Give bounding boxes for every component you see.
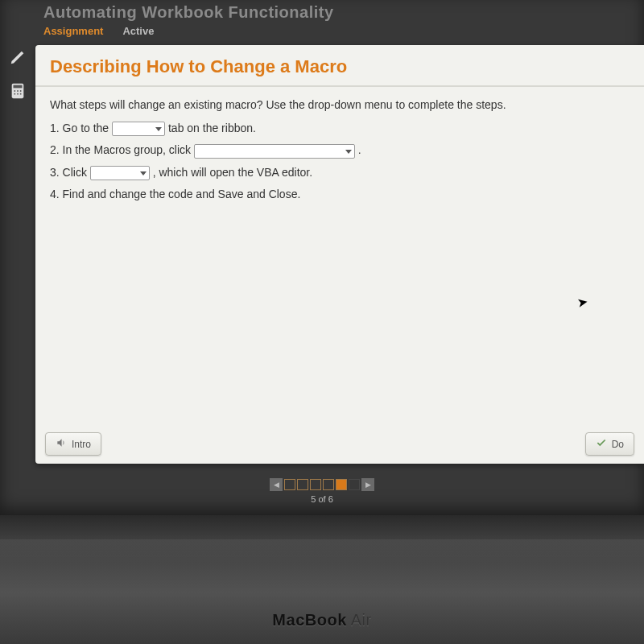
step-3: 3. Click , which will open the VBA edito… xyxy=(50,163,630,183)
pager-step-3[interactable] xyxy=(310,479,321,490)
step1-text-a: 1. Go to the xyxy=(50,122,112,134)
pager-row: ◀ ▶ xyxy=(270,478,374,491)
step2-text-a: 2. In the Macros group, click xyxy=(50,143,194,156)
main-row: Describing How to Change a Macro What st… xyxy=(0,42,644,472)
content-panel: Describing How to Change a Macro What st… xyxy=(35,45,644,464)
svg-point-2 xyxy=(14,90,15,92)
pager-step-1[interactable] xyxy=(284,479,295,490)
content-header: Describing How to Change a Macro xyxy=(35,45,644,87)
intro-label: Intro xyxy=(72,439,91,450)
check-icon xyxy=(596,437,607,451)
svg-rect-1 xyxy=(14,85,23,89)
step3-text-b: , which will open the VBA editor. xyxy=(153,166,312,179)
laptop-brand: MacBook Air xyxy=(272,611,371,630)
content-body: What steps will change an existing macro… xyxy=(35,87,644,214)
dropdown-tab[interactable] xyxy=(112,122,165,136)
step3-text-a: 3. Click xyxy=(50,166,90,179)
dropdown-open-vba[interactable] xyxy=(90,166,150,180)
speaker-icon xyxy=(56,437,67,451)
mouse-cursor-icon: ➤ xyxy=(576,294,588,311)
content-title: Describing How to Change a Macro xyxy=(50,56,630,77)
pager: ◀ ▶ 5 of 6 xyxy=(0,472,644,515)
done-button[interactable]: Do xyxy=(585,432,634,456)
step-2: 2. In the Macros group, click . xyxy=(50,140,630,160)
footer-buttons: Intro Do xyxy=(35,424,644,464)
svg-point-3 xyxy=(17,90,19,92)
pager-step-4[interactable] xyxy=(323,479,334,490)
pager-step-2[interactable] xyxy=(297,479,308,490)
laptop-bezel: MacBook Air xyxy=(0,515,644,644)
pager-prev-button[interactable]: ◀ xyxy=(270,478,283,491)
tab-active-label: Active xyxy=(122,25,154,37)
brand-bold: MacBook xyxy=(272,611,346,629)
svg-point-7 xyxy=(20,93,22,95)
done-label: Do xyxy=(612,439,624,450)
pager-text: 5 of 6 xyxy=(311,494,333,504)
step1-text-b: tab on the ribbon. xyxy=(168,122,256,134)
svg-point-4 xyxy=(20,90,22,92)
tabs: Assignment Active xyxy=(43,25,644,37)
intro-button[interactable]: Intro xyxy=(45,432,101,456)
pencil-icon[interactable] xyxy=(9,48,27,69)
tab-assignment[interactable]: Assignment xyxy=(43,25,103,37)
pager-next-button[interactable]: ▶ xyxy=(361,478,374,491)
svg-point-5 xyxy=(14,93,15,95)
sidebar xyxy=(0,42,35,472)
top-bar: Automating Workbook Functionality Assign… xyxy=(0,0,644,42)
dropdown-macros-click[interactable] xyxy=(194,144,355,159)
svg-point-6 xyxy=(17,93,19,95)
pager-step-5[interactable] xyxy=(336,479,347,490)
lesson-title: Automating Workbook Functionality xyxy=(43,3,644,22)
brand-light: Air xyxy=(347,611,372,629)
pager-step-6[interactable] xyxy=(349,479,360,490)
step2-text-b: . xyxy=(358,143,361,156)
step-4: 4. Find and change the code and Save and… xyxy=(50,184,630,204)
calculator-icon[interactable] xyxy=(9,82,27,103)
prompt-text: What steps will change an existing macro… xyxy=(50,95,630,115)
step-1: 1. Go to the tab on the ribbon. xyxy=(50,118,630,138)
app-screen: Automating Workbook Functionality Assign… xyxy=(0,0,644,515)
